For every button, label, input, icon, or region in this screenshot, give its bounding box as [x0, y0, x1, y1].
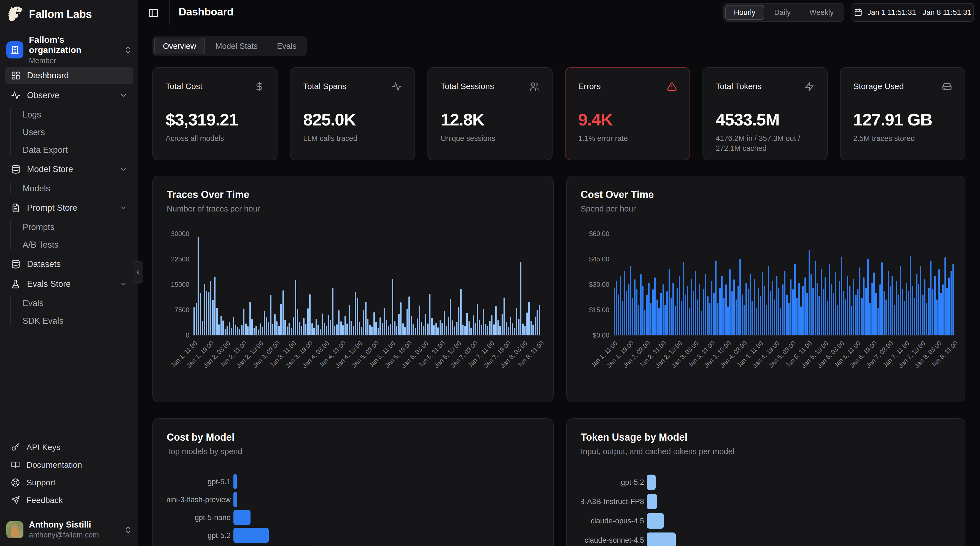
sidebar-toggle-button[interactable]	[148, 7, 160, 19]
bar	[953, 264, 954, 335]
bar	[665, 305, 666, 335]
sidebar-item-evals-store[interactable]: Evals Store	[5, 276, 134, 292]
model-bar-claude-opus-4-5	[647, 513, 664, 528]
bar	[247, 326, 248, 335]
users-icon	[530, 81, 539, 91]
org-switcher[interactable]: Fallom's organization Member	[6, 35, 132, 65]
sidebar-collapse-handle[interactable]	[133, 262, 143, 283]
bar	[278, 326, 280, 335]
panel-title: Traces Over Time	[167, 189, 250, 201]
bar	[667, 291, 668, 335]
bar	[735, 300, 737, 335]
bar	[693, 291, 694, 335]
bar	[827, 301, 828, 335]
user-name: Anthony Sistilli	[29, 520, 99, 530]
sidebar-link-support[interactable]: Support	[5, 474, 134, 491]
cost-over-time-bars	[614, 233, 954, 335]
tab-evals[interactable]: Evals	[268, 38, 305, 54]
bar	[889, 286, 891, 335]
granularity-hourly[interactable]: Hourly	[725, 5, 764, 20]
sidebar-item-logs[interactable]: Logs	[5, 107, 134, 123]
bar	[878, 308, 879, 335]
panel-title: Token Usage by Model	[581, 431, 687, 443]
stat-value: 4533.5M	[716, 110, 815, 129]
bar	[380, 318, 381, 335]
bar	[350, 321, 352, 335]
sidebar-item-evals[interactable]: Evals	[5, 295, 134, 311]
bar	[732, 291, 733, 335]
date-range-button[interactable]: Jan 1 11:51:31 - Jan 8 11:51:31	[851, 3, 974, 22]
granularity-daily[interactable]: Daily	[765, 5, 800, 20]
sidebar-link-api-keys[interactable]: API Keys	[5, 439, 134, 455]
stat-card-errors: Errors9.4K1.1% error rate	[565, 67, 690, 160]
bar	[402, 323, 404, 335]
sidebar-link-documentation[interactable]: Documentation	[5, 457, 134, 473]
chevron-down-icon	[119, 91, 127, 99]
bar	[902, 289, 903, 335]
traces-over-time-bars	[194, 233, 540, 335]
panel-subtitle: Input, output, and cached tokens per mod…	[581, 447, 735, 456]
bar	[483, 309, 484, 335]
chevrons-up-down-icon	[124, 525, 132, 534]
bar	[493, 324, 495, 335]
bar	[533, 324, 534, 335]
bar	[689, 308, 690, 335]
sidebar-item-dashboard[interactable]: Dashboard	[5, 67, 134, 84]
cost-by-model-panel: Cost by Model Top models by spend gpt-5.…	[153, 418, 554, 546]
bar	[891, 276, 893, 335]
layout-dashboard-icon	[11, 71, 21, 80]
bar	[466, 313, 468, 335]
bar	[423, 326, 425, 335]
alert-triangle-icon	[667, 81, 677, 91]
bar	[670, 298, 672, 335]
sidebar-link-feedback[interactable]: Feedback	[5, 492, 134, 509]
bar	[539, 305, 540, 335]
bar	[829, 264, 830, 335]
bar	[514, 328, 515, 335]
sidebar-item-model-store[interactable]: Model Store	[5, 161, 134, 178]
bar	[872, 283, 873, 335]
bar	[928, 287, 929, 335]
bar	[668, 269, 670, 335]
bar	[945, 257, 946, 335]
bar	[530, 321, 532, 335]
sidebar-item-users[interactable]: Users	[5, 125, 134, 140]
bar	[415, 328, 416, 335]
bar	[912, 286, 913, 335]
sidebar-item-data-export[interactable]: Data Export	[5, 142, 134, 158]
user-menu[interactable]: Anthony Sistilli anthony@fallom.com	[6, 520, 132, 540]
bar	[843, 291, 845, 335]
bar	[264, 311, 265, 335]
bar	[799, 283, 800, 335]
bar	[353, 326, 354, 335]
tab-model-stats[interactable]: Model Stats	[207, 38, 267, 54]
model-label-claude-opus-4-5: claude-opus-4.5	[581, 517, 644, 525]
bar	[208, 292, 210, 335]
bar	[318, 324, 319, 335]
bar	[460, 289, 461, 335]
bar	[740, 259, 741, 335]
granularity-weekly[interactable]: Weekly	[800, 5, 843, 20]
bar	[650, 303, 652, 335]
bar	[914, 298, 915, 335]
sidebar-item-prompt-store[interactable]: Prompt Store	[5, 200, 134, 217]
sidebar-item-label: Dashboard	[27, 70, 69, 80]
bar	[336, 324, 337, 335]
bar	[474, 323, 476, 335]
sidebar-item-models[interactable]: Models	[5, 180, 134, 196]
bar	[226, 326, 228, 335]
sidebar-item-sdk-evals[interactable]: SDK Evals	[5, 313, 134, 329]
cost-over-time-panel: Cost Over Time Spend per hour $60.00$45.…	[566, 176, 966, 402]
bar	[297, 310, 298, 335]
sidebar-item-datasets[interactable]: Datasets	[5, 255, 134, 273]
tab-overview[interactable]: Overview	[154, 38, 205, 54]
bar	[536, 310, 538, 335]
stat-subtext: 2.5M traces stored	[853, 134, 952, 144]
sidebar-item-prompts[interactable]: Prompts	[5, 219, 134, 235]
sidebar-item-a-b-tests[interactable]: A/B Tests	[5, 237, 134, 253]
x-axis-line	[612, 335, 955, 335]
sidebar-item-observe[interactable]: Observe	[5, 87, 134, 104]
bar	[816, 283, 818, 335]
bar	[431, 318, 433, 335]
bar	[438, 327, 439, 335]
